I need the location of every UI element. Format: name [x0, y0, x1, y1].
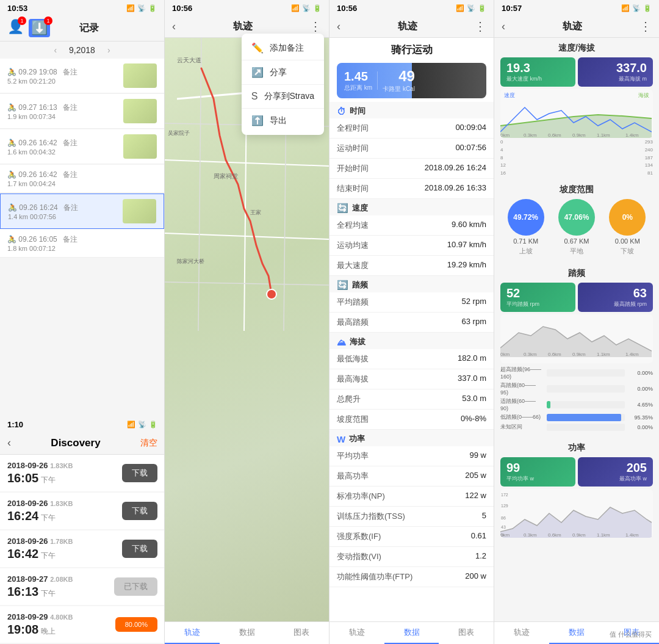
more-btn-2[interactable]: ⋮ — [309, 19, 322, 34]
section-icon: W — [337, 434, 345, 444]
disc-item-btn[interactable]: 下载 — [122, 464, 157, 482]
header-data: ‹ 轨迹 ⋮ — [330, 15, 494, 38]
speed-legend: 速度 — [504, 92, 515, 99]
disc-item-time-group: 16:42 下午 — [7, 547, 73, 561]
data-row-label: 平均功率 — [337, 450, 369, 461]
record-item[interactable]: 🚴 09.26 16:42 备注 1.6 km 00:04:32 — [0, 129, 164, 164]
map-tab-轨迹[interactable]: 轨迹 — [165, 622, 220, 644]
map-tab-数据[interactable]: 数据 — [220, 622, 275, 644]
disc-back-btn[interactable]: ‹ — [7, 436, 11, 449]
max-power-label: 最高功率 w — [584, 475, 647, 483]
disc-item: 2018-09-29 4.80KB 19:08 晚上 80.00% — [0, 606, 165, 643]
dropdown-item[interactable]: ✏️ 添加备注 — [242, 36, 324, 60]
record-item[interactable]: 🚴 09.29 19:08 备注 5.2 km 00:21:20 — [0, 59, 164, 93]
record-item[interactable]: 🚴 09.26 16:24 备注 1.4 km 00:07:56 — [0, 194, 164, 229]
prev-month-btn[interactable]: ‹ — [54, 45, 57, 55]
dropdown-item[interactable]: ⬆️ 导出 — [242, 109, 324, 132]
more-btn-4[interactable]: ⋮ — [639, 19, 652, 34]
data-row: 功能性阈值功率(FTP) 200 w — [330, 567, 494, 587]
y-val: 4 — [500, 147, 506, 153]
data-row-label: 全程时间 — [337, 123, 369, 134]
disc-item: 2018-09-27 2.08KB 16:13 下午 已下载 — [0, 568, 165, 605]
activity-banner: 1.45 总距离 km 49 卡路里 kCal — [337, 63, 486, 98]
data-row-label: 训练压力指数(TSS) — [337, 511, 405, 522]
circle-ring: 47.06% — [558, 199, 595, 236]
data-row-value: 00:09:04 — [455, 123, 486, 134]
disc-clear-btn[interactable]: 清空 — [140, 438, 157, 449]
speed-y-labels: 0481216 29324018713481 — [500, 139, 653, 176]
record-date: 🚴 09.27 16:13 备注 — [7, 103, 123, 113]
more-btn-3[interactable]: ⋮ — [474, 19, 486, 34]
download-icon[interactable]: ⬇️ 1 — [29, 19, 50, 37]
map-title: 轨迹 — [233, 20, 253, 33]
record-map-thumbnail — [123, 199, 156, 223]
slope-circle-平地: 47.06% 0.67 KM 平地 — [558, 199, 595, 256]
speed-alt-chart: 0km 0.3km 0.6km 0.9km 1.1km 1.4km 速度 海拔 — [500, 89, 653, 138]
svg-text:1.1km: 1.1km — [597, 352, 610, 357]
dropdown-item[interactable]: ↗️ 分享 — [242, 60, 324, 85]
data-tab-轨迹[interactable]: 轨迹 — [330, 622, 384, 644]
section-title-功率: W 功率 — [330, 430, 494, 446]
record-item[interactable]: 🚴 09.27 16:13 备注 1.9 km 00:07:34 — [0, 94, 164, 129]
signal-icon-4: 📶 — [621, 4, 630, 12]
charts-tab-数据[interactable]: 数据 — [549, 622, 604, 644]
disc-item-btn[interactable]: 已下载 — [114, 577, 157, 596]
next-month-btn[interactable]: › — [107, 45, 110, 55]
section-icon: ⏱ — [337, 106, 346, 117]
map-dropdown-menu: ✏️ 添加备注 ↗️ 分享 S 分享到Strava ⬆️ 导出 — [242, 34, 324, 135]
data-tab-bar: 轨迹数据图表 — [330, 621, 494, 644]
disc-item-btn[interactable]: 80.00% — [115, 617, 157, 632]
avg-cadence-banner: 52 平均踏频 rpm — [500, 283, 575, 312]
charts-tab-轨迹[interactable]: 轨迹 — [494, 622, 549, 644]
dropdown-item[interactable]: S 分享到Strava — [242, 85, 324, 109]
dropdown-item-icon: ⬆️ — [251, 115, 264, 126]
record-item-left: 🚴 09.27 16:13 备注 1.9 km 00:07:34 — [7, 103, 123, 120]
data-row-value: 200 w — [465, 571, 486, 582]
record-stats: 1.4 km 00:07:56 — [8, 213, 123, 220]
svg-line-4 — [198, 38, 201, 331]
disc-item-btn[interactable]: 下载 — [122, 540, 157, 558]
back-btn-4[interactable]: ‹ — [502, 20, 505, 33]
grad-bar-pct: 95.35% — [628, 414, 653, 421]
avg-cadence-val: 52 — [506, 286, 569, 300]
data-row-label: 最高功率 — [337, 471, 369, 482]
disc-item-period: 下午 — [41, 475, 56, 485]
data-row: 最低海拔 182.0 m — [330, 349, 494, 369]
avg-power-label: 平均功率 w — [506, 475, 569, 483]
data-tab-图表[interactable]: 图表 — [439, 622, 494, 644]
record-item[interactable]: 🚴 09.26 16:42 备注 1.7 km 00:04:24 — [0, 165, 164, 193]
svg-text:0: 0 — [501, 533, 503, 537]
data-row-label: 结束时间 — [337, 183, 369, 194]
y-val: 0 — [500, 139, 506, 145]
record-item[interactable]: 🚴 09.26 16:05 备注 1.8 km 00:07:12 — [0, 230, 164, 258]
max-cadence-banner: 63 最高踏频 rpm — [578, 283, 653, 312]
disc-status-time: 1:10 — [7, 420, 23, 429]
record-stats: 1.8 km 00:07:12 — [7, 245, 157, 252]
speed-banner: 19.3 最大速度 km/h — [500, 57, 575, 87]
back-btn-2[interactable]: ‹ — [172, 20, 176, 33]
panel-records: 10:53 📶 📡 🔋 👤 1 ⬇️ 1 记录 ‹ 9,2018 › 🚴 09.… — [0, 0, 165, 644]
status-time-3: 10:56 — [337, 4, 357, 13]
data-row-value: 99 w — [470, 450, 486, 461]
map-label-3: 周家祠堂 — [214, 172, 238, 181]
data-tab-数据[interactable]: 数据 — [384, 622, 439, 644]
grad-bar-fill — [547, 401, 550, 408]
disc-item-date: 2018-09-26 1.83KB — [7, 499, 73, 508]
svg-text:0.3km: 0.3km — [524, 532, 537, 538]
charts-title: 轨迹 — [563, 20, 582, 33]
data-row-value: 5 — [482, 511, 486, 522]
section-icon: 🔄 — [337, 280, 348, 291]
data-scroll[interactable]: 骑行运动 1.45 总距离 km 49 卡路里 kCal ⏱ 时间 全程时间 0… — [330, 38, 494, 621]
disc-item-date: 2018-09-29 4.80KB — [7, 612, 73, 621]
disc-item-btn[interactable]: 下载 — [122, 502, 157, 520]
battery-icon-2: 🔋 — [313, 4, 322, 12]
data-row-value: 52 rpm — [462, 297, 486, 308]
charts-scroll[interactable]: 速度/海拔 19.3 最大速度 km/h 337.0 最高海拔 m 0km 0.… — [494, 38, 659, 621]
header-left-icons: 👤 1 ⬇️ 1 — [7, 19, 50, 37]
map-tab-图表[interactable]: 图表 — [274, 622, 329, 644]
data-row-value: 337.0 m — [458, 374, 486, 385]
avatar-icon[interactable]: 👤 1 — [7, 19, 24, 37]
map-label-2: 吴家院子 — [168, 129, 190, 137]
banner-km: 1.45 — [344, 70, 368, 84]
back-btn-3[interactable]: ‹ — [337, 20, 340, 33]
